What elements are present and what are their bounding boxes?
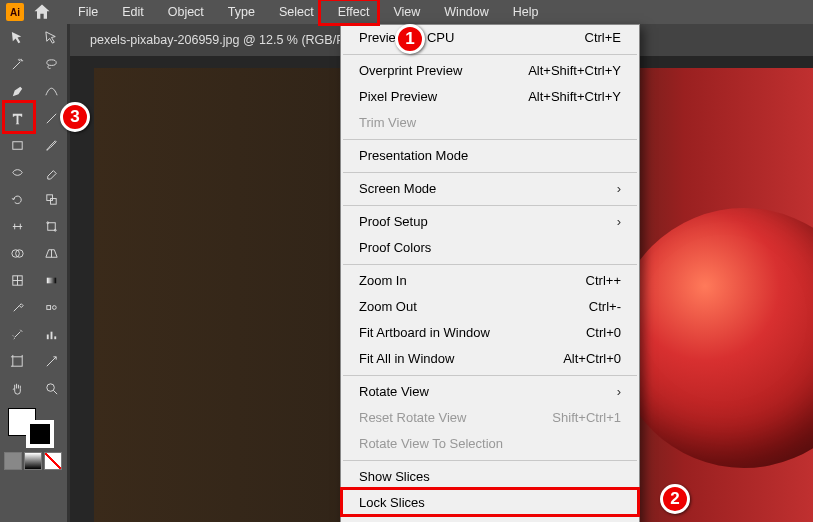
tool-free-transform[interactable]: [34, 213, 68, 240]
annotation-badge-3: 3: [60, 102, 90, 132]
menu-separator: [343, 54, 637, 55]
svg-rect-10: [46, 278, 55, 284]
menu-item-shortcut: Alt+Ctrl+0: [563, 350, 621, 368]
menu-select[interactable]: Select: [267, 1, 326, 23]
app-logo: Ai: [6, 3, 24, 21]
menu-item-label: Show Slices: [359, 468, 430, 486]
menu-item-shortcut: Ctrl++: [586, 272, 621, 290]
menu-help[interactable]: Help: [501, 1, 551, 23]
document-tab[interactable]: pexels-pixabay-206959.jpg @ 12.5 % (RGB/…: [80, 27, 372, 53]
annotation-box-3: [2, 100, 36, 134]
menu-item-proof-setup[interactable]: Proof Setup: [341, 209, 639, 235]
menu-item-label: Reset Rotate View: [359, 409, 466, 427]
tool-paintbrush[interactable]: [34, 132, 68, 159]
menu-item-shortcut: Shift+Ctrl+1: [552, 409, 621, 427]
tool-perspective[interactable]: [34, 240, 68, 267]
tool-rotate[interactable]: [0, 186, 34, 213]
menu-item-label: Fit Artboard in Window: [359, 324, 490, 342]
annotation-badge-1: 1: [395, 24, 425, 54]
svg-rect-14: [50, 332, 52, 340]
menu-separator: [343, 205, 637, 206]
menu-separator: [343, 460, 637, 461]
tool-column-graph[interactable]: [34, 321, 68, 348]
tool-panel: [0, 24, 68, 522]
fill-stroke-swatch[interactable]: [0, 402, 68, 450]
menu-item-preview-on-cpu[interactable]: Preview on CPUCtrl+E: [341, 25, 639, 51]
annotation-box-1: [318, 0, 380, 26]
tool-shape-builder[interactable]: [0, 240, 34, 267]
menu-item-fit-all-in-window[interactable]: Fit All in WindowAlt+Ctrl+0: [341, 346, 639, 372]
svg-rect-11: [46, 306, 50, 310]
tool-artboard[interactable]: [0, 348, 34, 375]
stroke-swatch[interactable]: [26, 420, 54, 448]
tool-lasso[interactable]: [34, 51, 68, 78]
mode-color[interactable]: [4, 452, 22, 470]
view-menu-dropdown: Preview on CPUCtrl+EOverprint PreviewAlt…: [340, 24, 640, 522]
tool-eraser[interactable]: [34, 159, 68, 186]
tool-shaper[interactable]: [0, 159, 34, 186]
annotation-badge-2: 2: [660, 484, 690, 514]
menu-separator: [343, 375, 637, 376]
menu-object[interactable]: Object: [156, 1, 216, 23]
tool-selection[interactable]: [0, 24, 34, 51]
menu-item-fit-artboard-in-window[interactable]: Fit Artboard in WindowCtrl+0: [341, 320, 639, 346]
tool-curvature[interactable]: [34, 78, 68, 105]
menu-item-rotate-view[interactable]: Rotate View: [341, 379, 639, 405]
tool-eyedropper[interactable]: [0, 294, 34, 321]
menu-separator: [343, 264, 637, 265]
home-icon[interactable]: [32, 2, 52, 22]
menu-item-pixel-preview[interactable]: Pixel PreviewAlt+Shift+Ctrl+Y: [341, 84, 639, 110]
svg-rect-16: [12, 357, 21, 366]
tool-slice[interactable]: [34, 348, 68, 375]
menu-item-rotate-view-to-selection: Rotate View To Selection: [341, 431, 639, 457]
menu-separator: [343, 139, 637, 140]
menu-bar: File Edit Object Type Select Effect View…: [66, 0, 551, 24]
svg-rect-4: [47, 223, 55, 231]
svg-point-12: [52, 306, 56, 310]
menu-item-zoom-in[interactable]: Zoom InCtrl++: [341, 268, 639, 294]
mode-gradient[interactable]: [24, 452, 42, 470]
tool-hand[interactable]: [0, 375, 34, 402]
mode-none[interactable]: [44, 452, 62, 470]
menu-item-label: Proof Setup: [359, 213, 428, 231]
menu-file[interactable]: File: [66, 1, 110, 23]
tool-symbol-sprayer[interactable]: [0, 321, 34, 348]
tool-magic-wand[interactable]: [0, 51, 34, 78]
tool-zoom[interactable]: [34, 375, 68, 402]
menu-item-label: Trim View: [359, 114, 416, 132]
tool-mesh[interactable]: [0, 267, 34, 294]
menu-separator: [343, 172, 637, 173]
menu-edit[interactable]: Edit: [110, 1, 156, 23]
menu-item-shortcut: Alt+Shift+Ctrl+Y: [528, 88, 621, 106]
svg-point-0: [46, 60, 55, 66]
tool-direct-selection[interactable]: [34, 24, 68, 51]
svg-rect-1: [12, 142, 21, 150]
menu-item-label: Rotate View To Selection: [359, 435, 503, 453]
tool-blend[interactable]: [34, 294, 68, 321]
svg-rect-13: [46, 335, 48, 340]
tool-rectangle[interactable]: [0, 132, 34, 159]
menu-item-label: Rotate View: [359, 383, 429, 401]
draw-mode-row: [0, 450, 68, 472]
menu-item-shortcut: Ctrl+E: [585, 29, 621, 47]
menu-item-reset-rotate-view: Reset Rotate ViewShift+Ctrl+1: [341, 405, 639, 431]
menu-window[interactable]: Window: [432, 1, 500, 23]
tool-gradient[interactable]: [34, 267, 68, 294]
tool-scale[interactable]: [34, 186, 68, 213]
menu-item-overprint-preview[interactable]: Overprint PreviewAlt+Shift+Ctrl+Y: [341, 58, 639, 84]
menu-item-presentation-mode[interactable]: Presentation Mode: [341, 143, 639, 169]
svg-rect-2: [46, 195, 52, 201]
menu-item-zoom-out[interactable]: Zoom OutCtrl+-: [341, 294, 639, 320]
tool-width[interactable]: [0, 213, 34, 240]
menu-type[interactable]: Type: [216, 1, 267, 23]
menu-item-shortcut: Alt+Shift+Ctrl+Y: [528, 62, 621, 80]
menu-item-label: Presentation Mode: [359, 147, 468, 165]
svg-point-17: [46, 384, 54, 392]
menu-item-proof-colors[interactable]: Proof Colors: [341, 235, 639, 261]
apple-graphic: [614, 208, 813, 468]
menu-view[interactable]: View: [381, 1, 432, 23]
menu-item-screen-mode[interactable]: Screen Mode: [341, 176, 639, 202]
title-bar: Ai File Edit Object Type Select Effect V…: [0, 0, 813, 24]
menu-item-trim-view: Trim View: [341, 110, 639, 136]
menu-item-label: Proof Colors: [359, 239, 431, 257]
